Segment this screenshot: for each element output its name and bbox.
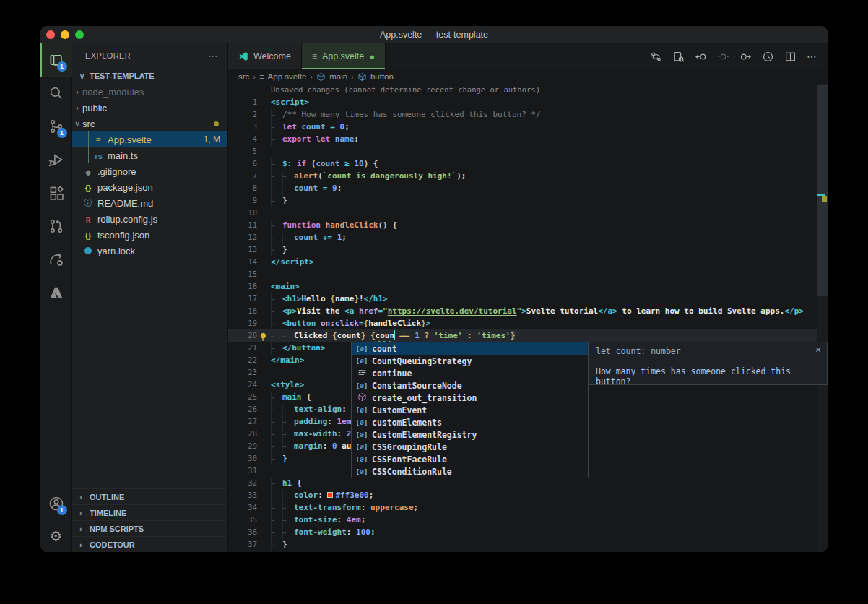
suggest-item[interactable]: [∅]CSSGroupingRule [352, 441, 588, 453]
tab-whitespace-icon [271, 441, 282, 453]
close-icon[interactable]: × [815, 344, 821, 355]
code-line[interactable]: 3let count = 0; [228, 121, 828, 133]
sidebar-item-run-and-debug[interactable] [40, 143, 72, 176]
token: ); [456, 171, 466, 181]
suggest-item[interactable]: [∅]CSSConditionRule [352, 465, 588, 478]
code-line[interactable]: 17<h1>Hello {name}!</h1> [228, 293, 828, 305]
scrollbar-thumb[interactable] [817, 85, 828, 296]
sidebar-item-extensions[interactable] [40, 176, 72, 210]
tab-welcome[interactable]: Welcome [228, 43, 302, 69]
breadcrumb-item-main[interactable]: main [329, 72, 347, 81]
tab-whitespace-icon [282, 416, 294, 428]
code-line[interactable]: 19<button on:click={handleClick}> [228, 317, 828, 329]
git-compare-icon[interactable] [650, 51, 662, 63]
code-line[interactable]: 18<p>Visit the <a href="https://svelte.d… [228, 305, 828, 317]
code-line[interactable]: 13} [228, 243, 828, 256]
code-text: </main> [271, 354, 304, 366]
code-line[interactable]: 14</script> [228, 256, 828, 268]
suggest-item[interactable]: [∅]CustomElementRegistry [352, 428, 588, 441]
section-timeline[interactable]: ›TIMELINE [72, 504, 227, 520]
tree-item[interactable]: {}package.json [72, 179, 227, 195]
tab-whitespace-icon [271, 392, 282, 404]
breadcrumb-item-file[interactable]: App.svelte [268, 72, 307, 81]
tree-item[interactable]: ⓘREADME.md [72, 195, 227, 211]
code-line[interactable]: 32h1 { [228, 477, 828, 489]
code-text: <style> [271, 379, 304, 391]
code-line[interactable]: 10 [228, 207, 828, 219]
previous-change-icon[interactable] [695, 51, 707, 63]
code-line[interactable]: 11function handleClick() { [228, 219, 828, 231]
sidebar-item-explorer[interactable]: 1 [40, 43, 72, 77]
code-text: count += 1; [271, 231, 347, 243]
section-npm-scripts[interactable]: ›NPM SCRIPTS [72, 520, 227, 536]
code-line[interactable]: 34text-transform: uppercase; [228, 501, 828, 514]
token: Svelte tutorial [526, 306, 598, 316]
breadcrumb-item-src[interactable]: src [238, 72, 249, 81]
file-tree: ›node_modules›public∨src≡App.svelte1, MT… [72, 84, 227, 259]
tree-item[interactable]: ›public [72, 100, 227, 116]
code-line[interactable]: 5 [228, 145, 828, 158]
suggest-item[interactable]: [∅]customElements [352, 416, 588, 428]
next-change-icon[interactable] [739, 51, 752, 63]
code-line[interactable]: 1<script> [228, 96, 828, 108]
tab-app-svelte[interactable]: ≡ App.svelte ● [302, 43, 386, 69]
code-line[interactable]: 35font-size: 4em; [228, 514, 828, 526]
sidebar-more-actions[interactable]: ⋯ [208, 50, 219, 61]
tree-item[interactable]: yarn.lock [72, 243, 227, 259]
sidebar-item-search[interactable] [40, 77, 72, 110]
suggest-item[interactable]: [∅]CustomEvent [352, 404, 588, 416]
more-actions-icon[interactable]: ⋯ [807, 51, 817, 62]
tree-item[interactable]: ʀrollup.config.js [72, 211, 227, 227]
code-line[interactable]: 7alert(`count is dangerously high!`); [228, 170, 828, 182]
sidebar-item-azure[interactable] [40, 276, 72, 309]
breadcrumb-item-button[interactable]: button [370, 72, 394, 81]
sidebar-item-live-share[interactable] [40, 243, 72, 276]
suggest-item[interactable]: [∅]ConstantSourceNode [352, 379, 588, 392]
code-line[interactable]: 9} [228, 194, 828, 207]
line-number: 34 [228, 501, 257, 514]
tree-item[interactable]: TSmain.ts [72, 147, 227, 163]
tree-item[interactable]: ›node_modules [72, 84, 227, 100]
split-editor-icon[interactable] [784, 51, 797, 63]
suggest-item[interactable]: [∅]count [352, 342, 588, 355]
code-line[interactable]: 2/** How many times has someone clicked … [228, 108, 828, 121]
code-line[interactable]: 6$: if (count ≥ 10) { [228, 158, 828, 170]
tree-item-label: .gitignore [97, 166, 136, 177]
code-line[interactable]: 37} [228, 538, 828, 551]
token: </h1> [364, 294, 388, 303]
code-line[interactable]: 4export let name; [228, 133, 828, 145]
tree-root-folder[interactable]: ∨ TEST-TEMPLATE [72, 68, 227, 84]
editor-scrollbar[interactable] [817, 84, 828, 552]
breadcrumb-separator: › [310, 72, 313, 81]
modified-dot-icon[interactable]: ● [369, 51, 375, 62]
sidebar-item-source-control[interactable]: 1 [40, 110, 72, 143]
settings-button[interactable]: ⚙ [40, 520, 72, 552]
code-editor[interactable]: Unsaved changes (cannot determine recent… [228, 84, 828, 552]
line-number: 20 [228, 329, 257, 342]
code-line[interactable]: 36font-weight: 100; [228, 526, 828, 538]
code-line[interactable]: 15 [228, 268, 828, 280]
open-changes-icon[interactable] [672, 51, 685, 63]
token: font-size [294, 515, 337, 525]
tree-item[interactable]: ◆.gitignore [72, 163, 227, 179]
sidebar-item-github-pull-requests[interactable] [40, 210, 72, 243]
code-line[interactable]: 16<main> [228, 280, 828, 293]
suggest-item[interactable]: [∅]CSSFontFaceRule [352, 453, 588, 465]
tree-item[interactable]: ≡App.svelte1, M [72, 131, 227, 147]
suggest-item[interactable]: continue [352, 367, 588, 379]
code-line[interactable]: 20Clicked {count} {coun === 1 ? 'time' :… [228, 329, 828, 342]
titlebar[interactable]: App.svelte — test-template [40, 26, 828, 43]
code-line[interactable]: 12count += 1; [228, 231, 828, 243]
section-codetour[interactable]: ›CODETOUR [72, 536, 227, 552]
tree-item[interactable]: ∨src [72, 116, 227, 131]
suggest-item[interactable]: [∅]CountQueuingStrategy [352, 355, 588, 367]
tab-whitespace-icon [282, 527, 294, 539]
tree-item[interactable]: {}tsconfig.json [72, 227, 227, 243]
file-history-icon[interactable] [762, 51, 774, 63]
token: } [511, 331, 516, 340]
section-outline[interactable]: ›OUTLINE [72, 488, 227, 504]
code-line[interactable]: 33color: #ff3e00; [228, 489, 828, 501]
accounts-button[interactable]: 1 [40, 487, 72, 520]
code-line[interactable]: 8count = 9; [228, 182, 828, 194]
suggest-item[interactable]: create_out_transition [352, 392, 588, 404]
